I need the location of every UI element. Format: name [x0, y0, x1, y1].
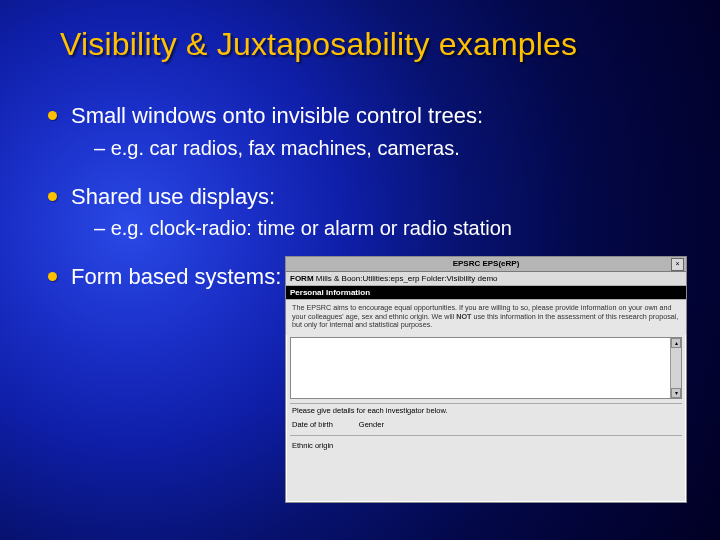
slide-title: Visibility & Juxtaposability examples — [60, 26, 690, 63]
bullet-1: Small windows onto invisible control tre… — [48, 102, 690, 130]
form-path-row: FORM Mills & Boon:Utilities:eps_erp Fold… — [286, 272, 686, 286]
scroll-up-button[interactable]: ▴ — [671, 338, 681, 348]
bullet-dot-icon — [48, 192, 57, 201]
scrollbar[interactable]: ▴ ▾ — [670, 338, 681, 398]
bullet-dot-icon — [48, 111, 57, 120]
chevron-up-icon: ▴ — [675, 340, 678, 346]
bullet-1-sub: e.g. car radios, fax machines, cameras. — [94, 136, 690, 161]
field-label-ethnic: Ethnic origin — [292, 441, 333, 450]
close-icon: × — [675, 260, 679, 268]
window-titlebar: EPSRC EPS(eRP) × — [286, 257, 686, 272]
bullet-2-text: Shared use displays: — [71, 183, 690, 211]
embedded-form-window: EPSRC EPS(eRP) × FORM Mills & Boon:Utili… — [285, 256, 687, 503]
bullet-dot-icon — [48, 272, 57, 281]
bullet-1-text: Small windows onto invisible control tre… — [71, 102, 690, 130]
field-label-dob: Date of birth — [292, 421, 333, 430]
field-label-gender: Gender — [359, 421, 384, 430]
form-intro-not: NOT — [456, 312, 471, 321]
form-path-label: FORM — [290, 274, 314, 283]
form-path-value: Mills & Boon:Utilities:eps_erp Folder:Vi… — [316, 274, 498, 283]
slide: Visibility & Juxtaposability examples Sm… — [0, 0, 720, 540]
form-intro: The EPSRC aims to encourage equal opport… — [286, 300, 686, 335]
window-title: EPSRC EPS(eRP) — [453, 259, 520, 268]
form-section-header: Personal Information — [286, 286, 686, 300]
form-field-row-2: Ethnic origin — [290, 436, 682, 453]
form-field-row-1: Date of birth Gender — [290, 419, 682, 437]
form-textarea[interactable]: ▴ ▾ — [290, 337, 682, 399]
close-button[interactable]: × — [671, 258, 684, 271]
chevron-down-icon: ▾ — [675, 390, 678, 396]
bullet-2-sub: e.g. clock-radio: time or alarm or radio… — [94, 216, 690, 241]
bullet-2: Shared use displays: — [48, 183, 690, 211]
form-instruction: Please give details for each investigato… — [290, 403, 682, 419]
scroll-down-button[interactable]: ▾ — [671, 388, 681, 398]
